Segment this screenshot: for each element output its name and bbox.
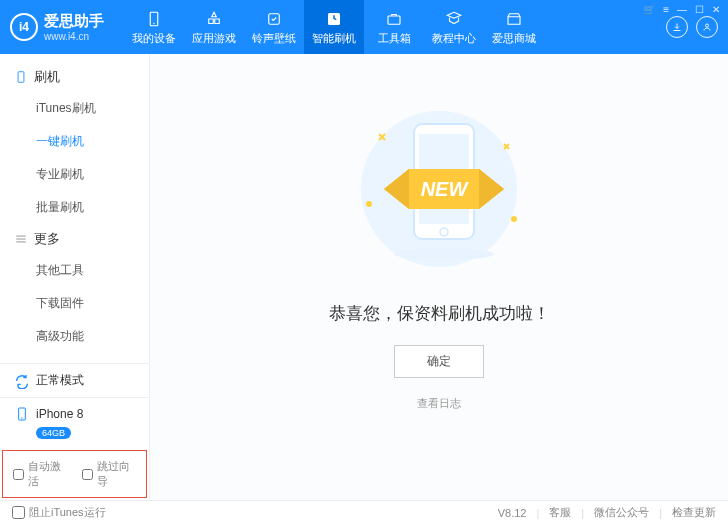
- wechat-link[interactable]: 微信公众号: [594, 505, 649, 520]
- close-icon[interactable]: ✕: [712, 4, 720, 15]
- device-info[interactable]: iPhone 8 64GB: [0, 398, 149, 448]
- tab-tutorials[interactable]: 教程中心: [424, 0, 484, 54]
- svg-text:NEW: NEW: [421, 178, 470, 200]
- flash-icon: [324, 9, 344, 29]
- maximize-icon[interactable]: ☐: [695, 4, 704, 15]
- sidebar-item-batch-flash[interactable]: 批量刷机: [0, 191, 149, 224]
- app-logo: i4 爱思助手 www.i4.cn: [10, 12, 104, 42]
- svg-point-5: [706, 24, 709, 27]
- menu-icon[interactable]: ≡: [663, 4, 669, 15]
- store-icon: [504, 9, 524, 29]
- tab-label: 应用游戏: [192, 31, 236, 46]
- success-illustration: NEW: [329, 94, 549, 274]
- svg-rect-6: [18, 72, 24, 83]
- tab-label: 爱思商城: [492, 31, 536, 46]
- auto-activate-checkbox[interactable]: 自动激活: [13, 459, 68, 489]
- svg-point-8: [21, 417, 22, 418]
- svg-point-11: [511, 216, 517, 222]
- titlebar: 🛒 ≡ — ☐ ✕ i4 爱思助手 www.i4.cn 我的设备 应用游戏 铃声…: [0, 0, 728, 54]
- tab-label: 智能刷机: [312, 31, 356, 46]
- user-button[interactable]: [696, 16, 718, 38]
- svg-point-1: [153, 22, 155, 24]
- version-label: V8.12: [498, 507, 527, 519]
- tab-label: 我的设备: [132, 31, 176, 46]
- sidebar-group-more: 更多: [0, 224, 149, 254]
- sidebar-item-download-fw[interactable]: 下载固件: [0, 287, 149, 320]
- group-title: 刷机: [34, 68, 60, 86]
- sidebar-group-flash: 刷机: [0, 62, 149, 92]
- apps-icon: [204, 9, 224, 29]
- tab-apps[interactable]: 应用游戏: [184, 0, 244, 54]
- block-itunes-checkbox[interactable]: 阻止iTunes运行: [12, 505, 106, 520]
- footer: 阻止iTunes运行 V8.12 | 客服 | 微信公众号 | 检查更新: [0, 500, 728, 524]
- svg-rect-4: [388, 16, 400, 24]
- view-log-link[interactable]: 查看日志: [417, 396, 461, 411]
- phone-icon: [14, 406, 30, 422]
- tab-toolbox[interactable]: 工具箱: [364, 0, 424, 54]
- tab-label: 铃声壁纸: [252, 31, 296, 46]
- tab-smart-flash[interactable]: 智能刷机: [304, 0, 364, 54]
- nav-tabs: 我的设备 应用游戏 铃声壁纸 智能刷机 工具箱 教程中心 爱思商城: [124, 0, 666, 54]
- sidebar: 刷机 iTunes刷机 一键刷机 专业刷机 批量刷机 更多 其他工具 下载固件 …: [0, 54, 150, 500]
- logo-icon: i4: [10, 13, 38, 41]
- minimize-icon[interactable]: —: [677, 4, 687, 15]
- sidebar-item-oneclick-flash[interactable]: 一键刷机: [0, 125, 149, 158]
- cart-icon[interactable]: 🛒: [643, 4, 655, 15]
- skip-guide-checkbox[interactable]: 跳过向导: [82, 459, 137, 489]
- confirm-button[interactable]: 确定: [394, 345, 484, 378]
- more-icon: [14, 232, 28, 246]
- support-link[interactable]: 客服: [549, 505, 571, 520]
- window-controls: 🛒 ≡ — ☐ ✕: [643, 4, 720, 15]
- tab-store[interactable]: 爱思商城: [484, 0, 544, 54]
- phone-icon: [14, 70, 28, 84]
- tab-label: 教程中心: [432, 31, 476, 46]
- success-message: 恭喜您，保资料刷机成功啦！: [329, 302, 550, 325]
- tab-label: 工具箱: [378, 31, 411, 46]
- svg-point-16: [394, 248, 494, 260]
- group-title: 更多: [34, 230, 60, 248]
- titlebar-right: [666, 16, 718, 38]
- device-capacity-badge: 64GB: [36, 427, 71, 439]
- app-name: 爱思助手: [44, 12, 104, 31]
- sidebar-item-advanced[interactable]: 高级功能: [0, 320, 149, 353]
- download-button[interactable]: [666, 16, 688, 38]
- svg-point-10: [366, 201, 372, 207]
- mode-label: 正常模式: [36, 372, 84, 389]
- device-name-label: iPhone 8: [36, 407, 83, 421]
- checkbox-row-highlighted: 自动激活 跳过向导: [2, 450, 147, 498]
- refresh-icon: [14, 373, 30, 389]
- sidebar-item-itunes-flash[interactable]: iTunes刷机: [0, 92, 149, 125]
- sidebar-item-other-tools[interactable]: 其他工具: [0, 254, 149, 287]
- app-url: www.i4.cn: [44, 31, 104, 42]
- toolbox-icon: [384, 9, 404, 29]
- device-mode[interactable]: 正常模式: [0, 364, 149, 398]
- device-icon: [144, 9, 164, 29]
- sidebar-item-pro-flash[interactable]: 专业刷机: [0, 158, 149, 191]
- tab-my-device[interactable]: 我的设备: [124, 0, 184, 54]
- ringtone-icon: [264, 9, 284, 29]
- tab-ringtone[interactable]: 铃声壁纸: [244, 0, 304, 54]
- main-content: NEW 恭喜您，保资料刷机成功啦！ 确定 查看日志: [150, 54, 728, 500]
- tutorial-icon: [444, 9, 464, 29]
- update-link[interactable]: 检查更新: [672, 505, 716, 520]
